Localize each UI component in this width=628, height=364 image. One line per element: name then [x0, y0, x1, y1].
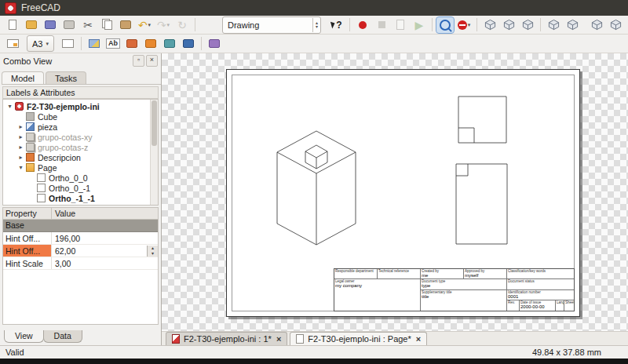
- close-tab-button[interactable]: ×: [416, 334, 421, 344]
- property-value-cell[interactable]: 3,00: [52, 257, 158, 269]
- tree-item-f2-t30-ejemplo-ini[interactable]: ▾F2-T30-ejemplo-ini: [3, 101, 158, 111]
- date-of-issue-value: 2000-00-00: [520, 304, 554, 310]
- tree-expander-icon[interactable]: ▸: [16, 154, 25, 161]
- cut-icon[interactable]: ✂: [79, 17, 97, 33]
- tree-item-ortho-1-1[interactable]: Ortho_-1_-1: [3, 193, 158, 203]
- tree-expander-icon[interactable]: ▾: [5, 103, 14, 110]
- spreadsheet-view-icon[interactable]: [180, 36, 197, 52]
- open-browser-icon[interactable]: [142, 36, 159, 52]
- landscape-page-icon[interactable]: [60, 36, 77, 52]
- axonometric-view-icon[interactable]: [481, 17, 498, 33]
- draw-style-icon[interactable]: [588, 17, 605, 33]
- save-icon[interactable]: [42, 17, 59, 33]
- property-row-0[interactable]: Hint Off...196,00: [3, 232, 158, 245]
- tree-item-cube[interactable]: Cube: [3, 111, 158, 122]
- document-tab-2[interactable]: F2-T30-ejemplo-ini : Page*×: [290, 332, 427, 345]
- tree-expander-icon[interactable]: ▸: [16, 133, 25, 140]
- spin-down-button[interactable]: ▾: [148, 251, 158, 257]
- new-document-icon[interactable]: [4, 17, 21, 33]
- insert-annotation-icon[interactable]: Ab: [104, 36, 122, 52]
- macro-edit-icon[interactable]: [392, 17, 409, 33]
- clipping-plane-icon-dropdown[interactable]: ▾: [468, 22, 471, 28]
- macro-execute-icon[interactable]: ▶: [411, 17, 428, 33]
- value-spinbox[interactable]: ▴▾: [147, 246, 158, 257]
- tree-item-label: grupo-cotas-z: [38, 143, 88, 152]
- tab-model[interactable]: Model: [2, 71, 44, 84]
- tree-item-ortho-0-1[interactable]: Ortho_0_-1: [3, 183, 158, 193]
- tree-item-descripcion[interactable]: ▸Descripcion: [3, 152, 158, 162]
- partblue-icon: [26, 122, 35, 131]
- macro-stop-icon[interactable]: [373, 17, 390, 33]
- new-drawing-page-icon[interactable]: [4, 36, 21, 52]
- tree-item-ortho-0-0[interactable]: Ortho_0_0: [3, 173, 158, 183]
- tree-item-label: F2-T30-ejemplo-ini: [27, 102, 100, 111]
- undo-icon[interactable]: ↶▾: [136, 17, 153, 33]
- whatsthis-icon[interactable]: ?: [328, 17, 345, 33]
- workbench-selector-arrows[interactable]: ▴▾: [312, 18, 320, 32]
- property-column-header[interactable]: Property: [3, 208, 52, 219]
- document-tab-1[interactable]: F2-T30-ejemplo-ini : 1*×: [166, 332, 287, 345]
- insert-symbol-icon[interactable]: [161, 36, 178, 52]
- macro-record-icon[interactable]: [354, 17, 371, 33]
- tree-expander-icon[interactable]: ▾: [16, 164, 25, 171]
- page-size-button[interactable]: A3 ▾: [27, 35, 54, 52]
- float-panel-button[interactable]: ▫: [133, 55, 144, 67]
- property-value-cell[interactable]: 62,00▴▾: [52, 245, 158, 257]
- workbench-selector[interactable]: Drawing ▴▾: [222, 16, 321, 34]
- tree-scrollbar-thumb[interactable]: [152, 100, 157, 146]
- cut-icon-glyph: ✂: [83, 20, 93, 31]
- property-name[interactable]: Hint Off...: [3, 232, 52, 244]
- measure-icon[interactable]: [607, 17, 624, 33]
- tree-scrollbar[interactable]: [150, 100, 158, 205]
- redo-icon[interactable]: ↷▾: [155, 17, 172, 33]
- property-value-cell[interactable]: 196,00: [52, 232, 158, 244]
- refresh-icon[interactable]: ↻: [173, 17, 191, 33]
- undo-icon-dropdown[interactable]: ▾: [148, 22, 152, 28]
- tab-tasks[interactable]: Tasks: [46, 71, 86, 84]
- close-panel-button[interactable]: ×: [146, 55, 158, 67]
- property-name[interactable]: Hint Scale: [3, 257, 52, 269]
- tree-item-pieza[interactable]: ▸pieza: [3, 122, 158, 132]
- tree-item-page[interactable]: ▾Page: [3, 162, 158, 173]
- property-name[interactable]: Hint Off...: [3, 245, 52, 257]
- box-zoom-icon[interactable]: [436, 17, 454, 33]
- titleblock-cell-classification: Classification/key words: [507, 269, 574, 279]
- top-view-icon[interactable]: [519, 17, 536, 33]
- drawing-viewport[interactable]: Responsible department Technical referen…: [162, 53, 628, 331]
- open-document-icon[interactable]: [23, 17, 40, 33]
- measure-icon-glyph: [610, 19, 622, 31]
- tree-item-grupo-cotas-xy[interactable]: ▸grupo-cotas-xy: [3, 132, 158, 142]
- tree-expander-icon[interactable]: ▸: [16, 123, 25, 130]
- axonometric-view-icon-glyph: [484, 19, 496, 31]
- approved-by-value: myself: [465, 273, 506, 278]
- classification-label: Classification/key words: [508, 269, 573, 273]
- property-row-1[interactable]: Hint Off...62,00▴▾: [3, 245, 158, 257]
- insert-clip-group-icon[interactable]: [123, 36, 141, 52]
- isometric-view-icon[interactable]: [564, 17, 581, 33]
- toolbar-separator: [81, 37, 82, 50]
- drawing-page: Responsible department Technical referen…: [226, 69, 580, 317]
- spin-up-button[interactable]: ▴: [148, 246, 158, 251]
- tree-expander-icon[interactable]: ▸: [16, 144, 25, 151]
- property-row-2[interactable]: Hint Scale3,00: [3, 257, 158, 270]
- redo-icon-dropdown[interactable]: ▾: [167, 22, 170, 28]
- export-page-icon[interactable]: [206, 36, 223, 52]
- tab-view[interactable]: View: [4, 330, 44, 343]
- new-document-icon-glyph: [9, 20, 16, 30]
- draw-style-icon-glyph: [591, 19, 603, 31]
- tab-data[interactable]: Data: [43, 330, 82, 343]
- close-tab-button[interactable]: ×: [276, 334, 281, 344]
- tree-item-grupo-cotas-z[interactable]: ▸grupo-cotas-z: [3, 142, 158, 152]
- value-column-header[interactable]: Value: [52, 209, 75, 218]
- document-type-value: type: [422, 283, 506, 289]
- property-group-base[interactable]: Base: [3, 220, 158, 232]
- insert-view-icon[interactable]: [86, 36, 103, 52]
- clipping-plane-icon[interactable]: ▾: [455, 17, 473, 33]
- paste-icon[interactable]: [117, 17, 134, 33]
- copy-icon[interactable]: [98, 17, 115, 33]
- print-icon[interactable]: [60, 17, 78, 33]
- front-view-icon[interactable]: [500, 17, 517, 33]
- right-view-icon[interactable]: [545, 17, 562, 33]
- toolbar-separator: [432, 18, 433, 31]
- whatsthis-icon-glyph: ?: [331, 20, 341, 31]
